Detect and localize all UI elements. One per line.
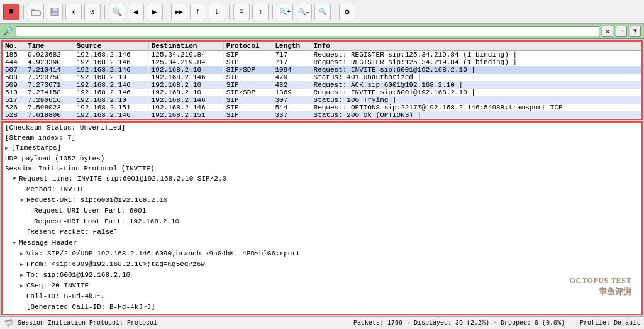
filter-dropdown-button[interactable]: ▼: [630, 26, 641, 37]
tree-arrow-icon[interactable]: ▶: [20, 270, 26, 281]
table-cell: 1369: [272, 89, 311, 96]
detail-content: [Checksum Status: Unverified][Stream ind…: [3, 123, 641, 315]
detail-text: Message Header: [19, 239, 77, 247]
detail-text: UDP payload (1052 bytes): [5, 155, 104, 162]
detail-line: ▶ Via: SIP/2.0/UDP 192.168.2.146:6090;br…: [3, 248, 641, 259]
close-capture-button[interactable]: ✕: [65, 4, 82, 20]
table-cell: 7.273671: [25, 81, 74, 89]
table-row[interactable]: 5077.210414192.168.2.146192.168.2.10SIP/…: [3, 66, 641, 74]
table-cell: 185: [3, 51, 25, 59]
table-cell: SIP: [223, 59, 272, 66]
tree-arrow-icon[interactable]: ▶: [20, 281, 26, 291]
table-row[interactable]: 5267.598023192.168.2.151192.168.2.146SIP…: [3, 104, 641, 111]
tree-arrow-icon[interactable]: ▼: [13, 174, 19, 184]
tree-spacer: [28, 217, 34, 227]
detail-line: ▶ [Timestamps]: [3, 143, 641, 153]
table-cell: 544: [272, 104, 311, 111]
detail-line: [Resent Packet: False]: [3, 227, 641, 238]
table-cell: 192.168.2.146: [148, 96, 223, 104]
table-cell: Request: REGISTER sip:125.34.219.84 (1 b…: [311, 59, 641, 66]
tree-arrow-icon[interactable]: ▶: [20, 249, 26, 259]
table-cell: 444: [3, 59, 25, 66]
table-row[interactable]: 5287.618800192.168.2.146192.168.2.151SIP…: [3, 111, 641, 119]
watermark-line1: OCTOPUS TEST: [569, 275, 631, 286]
table-cell: 192.168.2.146: [74, 66, 148, 74]
table-cell: 517: [3, 96, 25, 104]
toolbar-separator-2: [104, 5, 105, 19]
table-cell: 717: [272, 59, 311, 66]
zoom-normal-button[interactable]: 🔍: [314, 4, 331, 20]
col-header-destination: Destination: [148, 42, 223, 51]
svg-rect-5: [53, 8, 57, 11]
table-cell: Status: 200 Ok (OPTIONS) |: [311, 111, 641, 119]
detail-line: Method: INVITE: [3, 184, 641, 195]
detail-line: ▶ From: <sip:6009@192.168.2.10>;tag=Kg5e…: [3, 259, 641, 270]
tree-arrow-icon[interactable]: ▼: [13, 238, 19, 248]
scroll-down-button[interactable]: ↓: [209, 4, 225, 20]
table-cell: SIP/SDP: [223, 66, 272, 74]
detail-text: Via: SIP/2.0/UDP 192.168.2.146:6090;bran…: [26, 250, 301, 257]
detail-line: Request-URI User Part: 6001: [3, 206, 641, 216]
table-row[interactable]: 5087.220750192.168.2.10192.168.2.146SIP4…: [3, 74, 641, 81]
detail-line: ▼ Request-Line: INVITE sip:6001@192.168.…: [3, 174, 641, 184]
svg-rect-1: [31, 11, 40, 16]
detail-line: ▶ CSeq: 20 INVITE: [3, 281, 641, 291]
colorize-button[interactable]: ≡: [233, 4, 250, 20]
detail-line: Max-Forwards: 70: [3, 313, 641, 315]
table-row[interactable]: 5107.274158192.168.2.146192.168.2.10SIP/…: [3, 89, 641, 96]
table-cell: Request: REGISTER sip:125.34.219.84 (1 b…: [311, 51, 641, 59]
find-packet-button[interactable]: 🔍: [109, 4, 125, 20]
filter-input[interactable]: sip: [16, 26, 599, 36]
table-row[interactable]: 1850.923682192.168.2.146125.34.219.84SIP…: [3, 51, 641, 59]
table-cell: SIP: [223, 74, 272, 81]
table-cell: SIP: [223, 51, 272, 59]
column-button[interactable]: ⫿: [252, 4, 269, 20]
zoom-in-button[interactable]: 🔍+: [277, 4, 293, 20]
detail-text: CSeq: 20 INVITE: [26, 282, 89, 289]
table-cell: 192.168.2.151: [148, 111, 223, 119]
table-cell: 509: [3, 81, 25, 89]
detail-text: [Stream index: 7]: [5, 134, 75, 142]
detail-line: [Generated Call-ID: B-Hd-4kJ~J]: [3, 302, 641, 313]
table-cell: Request: OPTIONS sip:22177@192.168.2.146…: [311, 104, 641, 111]
table-cell: 7.598023: [25, 104, 74, 111]
filter-icon: 🔎: [3, 26, 13, 36]
detail-text: Max-Forwards: 70: [26, 314, 93, 315]
table-cell: 510: [3, 89, 25, 96]
go-to-button[interactable]: ▶▶: [171, 4, 187, 20]
zoom-out-button[interactable]: 🔍-: [296, 4, 312, 20]
shark-icon: 🦈: [4, 318, 14, 328]
table-row[interactable]: 4444.923390192.168.2.146125.34.219.84SIP…: [3, 59, 641, 66]
detail-line: [Checksum Status: Unverified]: [3, 123, 641, 133]
filter-close-button[interactable]: ✕: [602, 26, 613, 37]
col-header-info: Info: [311, 42, 641, 51]
forward-button[interactable]: ▶: [147, 4, 163, 20]
table-cell: 479: [272, 74, 311, 81]
tree-spacer: [20, 228, 26, 238]
table-cell: 526: [3, 104, 25, 111]
scroll-up-button[interactable]: ↑: [190, 4, 206, 20]
packet-detail-section[interactable]: [Checksum Status: Unverified][Stream ind…: [1, 121, 643, 315]
preferences-button[interactable]: ⚙: [339, 4, 355, 20]
table-cell: 192.168.2.146: [74, 51, 148, 59]
filter-arrow-button[interactable]: →: [616, 26, 627, 37]
table-cell: SIP/SDP: [223, 89, 272, 96]
save-button[interactable]: [47, 4, 63, 20]
detail-text: Method: INVITE: [26, 186, 84, 193]
tree-arrow-icon[interactable]: ▶: [20, 260, 26, 270]
table-cell: 125.34.219.84: [148, 51, 223, 59]
open-file-button[interactable]: [28, 4, 44, 20]
profile-label: Profile: Default: [580, 320, 640, 326]
toolbar: ■ ✕ ↺ 🔍 ◀ ▶ ▶▶ ↑ ↓ ≡ ⫿ 🔍+ 🔍- 🔍 ⚙: [0, 0, 644, 24]
tree-arrow-icon[interactable]: ▼: [20, 196, 26, 206]
table-cell: 1094: [272, 66, 311, 74]
svg-rect-4: [52, 13, 57, 15]
stop-button[interactable]: ■: [3, 4, 19, 20]
table-row[interactable]: 5097.273671192.168.2.146192.168.2.10SIP4…: [3, 81, 641, 89]
table-cell: 192.168.2.146: [74, 111, 148, 119]
tree-arrow-icon[interactable]: ▶: [5, 143, 11, 153]
table-row[interactable]: 5177.290616192.168.2.10192.168.2.146SIP3…: [3, 96, 641, 104]
detail-text: Call-ID: B-Hd-4kJ~J: [26, 293, 105, 300]
back-button[interactable]: ◀: [128, 4, 144, 20]
reload-button[interactable]: ↺: [84, 4, 101, 20]
